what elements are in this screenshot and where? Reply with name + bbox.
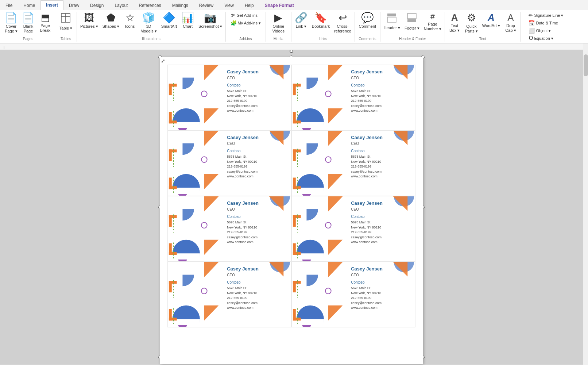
- symbols-buttons: ✏ Signature Line ▾ 📅 Date & Time ⬜ Objec…: [526, 12, 565, 42]
- svg-marker-115: [204, 306, 219, 321]
- footer-icon: [407, 13, 417, 25]
- resize-icon[interactable]: ⤢: [161, 58, 165, 64]
- svg-point-32: [325, 91, 331, 97]
- svg-rect-94: [293, 215, 301, 218]
- svg-rect-126: [293, 281, 301, 284]
- svg-point-128: [325, 288, 331, 294]
- group-links: 🔗 Link ▾ 🔖 Bookmark ↩ Cross-reference Li…: [291, 12, 355, 42]
- business-card-6: Casey Jensen CEO Contoso 5678 Main St Ne…: [291, 196, 415, 262]
- wordart-button[interactable]: A WordArt ▾: [480, 12, 502, 35]
- tab-design[interactable]: Design: [85, 0, 109, 10]
- table-button[interactable]: Table ▾: [58, 12, 74, 35]
- text-box-label: TextBox ▾: [449, 23, 460, 33]
- comment-button[interactable]: 💬 Comment: [357, 12, 378, 35]
- svg-rect-7: [0, 43, 583, 50]
- footer-label: Footer ▾: [405, 26, 419, 31]
- svg-rect-110: [169, 281, 177, 284]
- scrollbar-right[interactable]: [583, 43, 588, 365]
- svg-marker-12: [204, 65, 219, 80]
- text-group-label: Text: [445, 37, 520, 41]
- svg-rect-117: [169, 318, 177, 320]
- svg-rect-59: [292, 131, 321, 143]
- svg-rect-3: [387, 14, 396, 16]
- blank-page-button[interactable]: 📄 BlankPage: [20, 12, 36, 35]
- cross-reference-icon: ↩: [339, 13, 347, 23]
- header-label: Header ▾: [384, 26, 400, 30]
- tab-layout[interactable]: Layout: [109, 0, 133, 10]
- group-text: A TextBox ▾ ⚙ QuickParts ▾ A WordArt ▾ A…: [445, 12, 521, 42]
- svg-rect-43: [168, 131, 197, 143]
- bookmark-label: Bookmark: [312, 24, 330, 29]
- ribbon: File Home Insert Draw Design Layout Refe…: [0, 0, 588, 43]
- rotate-handle[interactable]: [290, 50, 293, 53]
- svg-point-16: [201, 91, 207, 97]
- object-label: Object ▾: [536, 28, 551, 33]
- page-break-button[interactable]: ⬒ PageBreak: [37, 12, 53, 35]
- icons-label: Icons: [125, 24, 135, 29]
- chart-button[interactable]: 📊 Chart: [179, 12, 196, 35]
- svg-marker-131: [328, 306, 343, 321]
- ribbon-tab-bar: File Home Insert Draw Design Layout Refe…: [0, 0, 588, 10]
- svg-marker-99: [328, 240, 343, 255]
- tab-file[interactable]: File: [0, 0, 18, 10]
- tab-help[interactable]: Help: [239, 0, 259, 10]
- pictures-button[interactable]: 🖼 Pictures ▾: [78, 12, 100, 35]
- icons-icon: ☆: [125, 13, 135, 23]
- svg-marker-92: [328, 196, 343, 212]
- link-button[interactable]: 🔗 Link ▾: [293, 12, 309, 35]
- svg-marker-76: [204, 196, 219, 212]
- icons-button[interactable]: ☆ Icons: [122, 12, 138, 35]
- date-time-button[interactable]: 📅 Date & Time: [526, 19, 560, 27]
- signature-line-button[interactable]: ✏ Signature Line ▾: [526, 12, 565, 19]
- svg-rect-123: [292, 262, 321, 275]
- tab-insert[interactable]: Insert: [40, 0, 63, 10]
- header-button[interactable]: Header ▾: [382, 12, 402, 35]
- business-card-4: Casey Jensen CEO Contoso 5678 Main St Ne…: [291, 130, 415, 196]
- tables-group-label: Tables: [55, 37, 77, 41]
- quick-parts-button[interactable]: ⚙ QuickParts ▾: [463, 12, 480, 35]
- svg-rect-46: [169, 149, 177, 152]
- svg-rect-138: [584, 54, 588, 76]
- business-card-3: Casey Jensen CEO Contoso 5678 Main St Ne…: [167, 130, 291, 196]
- tab-mailings[interactable]: Mailings: [167, 0, 194, 10]
- group-header-footer: Header ▾ Footer ▾ # PageNumber ▾ Header …: [380, 12, 445, 42]
- svg-rect-133: [293, 318, 301, 320]
- page-number-button[interactable]: # PageNumber ▾: [422, 12, 443, 35]
- text-box-button[interactable]: A TextBox ▾: [446, 12, 463, 35]
- pictures-label: Pictures ▾: [80, 24, 98, 29]
- bookmark-button[interactable]: 🔖 Bookmark: [310, 12, 332, 35]
- footer-button[interactable]: Footer ▾: [403, 12, 421, 35]
- header-icon: [387, 13, 397, 24]
- signature-line-label: Signature Line ▾: [534, 13, 563, 18]
- cover-page-button[interactable]: 📄 CoverPage ▾: [3, 12, 19, 35]
- smartart-icon: 🔷: [163, 13, 175, 23]
- object-icon: ⬜: [529, 28, 535, 34]
- screenshot-button[interactable]: 📷 Screenshot ▾: [197, 12, 224, 35]
- online-videos-button[interactable]: ▶ OnlineVideos: [270, 12, 286, 35]
- get-add-ins-button[interactable]: 🛍 Get Add-ins: [228, 12, 260, 19]
- business-card-5: Casey Jensen CEO Contoso 5678 Main St Ne…: [167, 196, 291, 262]
- horizontal-ruler: |: [0, 43, 583, 50]
- smartart-button[interactable]: 🔷 SmartArt: [159, 12, 179, 35]
- tab-draw[interactable]: Draw: [63, 0, 85, 10]
- shapes-button[interactable]: ⬟ Shapes ▾: [101, 12, 121, 35]
- svg-marker-60: [328, 131, 343, 146]
- tab-shape-format[interactable]: Shape Format: [259, 0, 299, 10]
- tab-home[interactable]: Home: [18, 0, 40, 10]
- cross-reference-button[interactable]: ↩ Cross-reference: [332, 12, 353, 35]
- cover-page-label: CoverPage ▾: [5, 24, 18, 34]
- text-box-icon: A: [451, 13, 458, 22]
- 3d-models-button[interactable]: 🧊 3DModels ▾: [139, 12, 159, 35]
- my-add-ins-button[interactable]: 🧩 My Add-ins ▾: [228, 19, 263, 27]
- tab-review[interactable]: Review: [194, 0, 219, 10]
- page-break-label: PageBreak: [40, 23, 51, 33]
- shapes-label: Shapes ▾: [102, 24, 119, 29]
- tab-view[interactable]: View: [219, 0, 239, 10]
- tab-references[interactable]: References: [133, 0, 166, 10]
- get-add-ins-icon: 🛍: [231, 12, 236, 18]
- equation-button[interactable]: Ω Equation ▾: [526, 35, 555, 42]
- add-ins-group-label: Add-ins: [226, 37, 266, 41]
- drop-cap-button[interactable]: A DropCap ▾: [503, 12, 519, 35]
- object-button[interactable]: ⬜ Object ▾: [526, 27, 553, 34]
- svg-rect-30: [293, 84, 301, 87]
